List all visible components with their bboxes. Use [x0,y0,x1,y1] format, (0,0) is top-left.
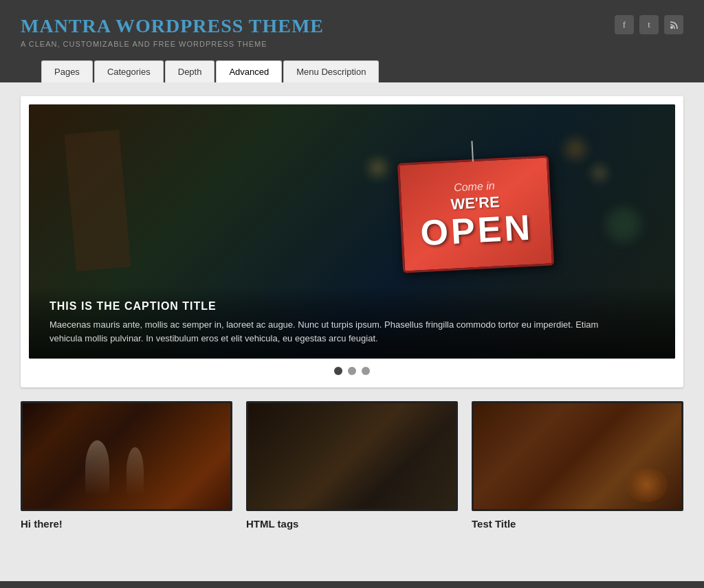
caption-text: Maecenas mauris ante, mollis ac semper i… [50,318,613,345]
slider-dot-3[interactable] [362,367,370,375]
card-1: Hi there! [21,401,232,530]
tab-depth[interactable]: Depth [165,60,215,82]
twitter-icon[interactable]: t [639,15,659,34]
bokeh-5 [606,207,641,242]
card-1-image-inner [23,403,230,509]
card-3-image-inner [474,403,681,509]
card-1-image [21,401,232,511]
card-1-title: Hi there! [21,518,232,530]
social-icons-group: f t [615,15,683,34]
sign-open-text: OPEN [419,210,534,251]
nav-tabs: Pages Categories Depth Advanced Menu Des… [21,60,683,82]
bokeh-3 [565,139,586,159]
card-3: Test Title [472,401,683,530]
slider[interactable]: Come in WE'RE OPEN This is the Caption T… [29,104,675,359]
slider-container: Come in WE'RE OPEN This is the Caption T… [21,96,683,387]
site-header: f t Mantra WordPress Theme A Clean, Cust… [0,0,704,82]
card-3-title: Test Title [472,518,683,530]
card-2-image [246,401,458,511]
svg-point-0 [670,26,673,29]
caption-title: This is the Caption Title [50,300,654,313]
slider-dot-1[interactable] [334,367,342,375]
tab-categories[interactable]: Categories [94,60,164,82]
main-content: Come in WE'RE OPEN This is the Caption T… [0,82,704,581]
site-tagline: A Clean, Customizable and Free WordPress… [21,40,683,48]
card-2: HTML tags [246,401,458,530]
card-2-image-inner [248,403,456,509]
rss-icon[interactable] [664,15,683,34]
slider-dot-2[interactable] [348,367,356,375]
cards-row: Hi there! HTML tags Test Title [21,401,683,530]
open-sign: Come in WE'RE OPEN [397,155,554,273]
bokeh-4 [593,166,606,180]
site-title: Mantra WordPress Theme [21,15,683,37]
sign-come-in: Come in [454,180,495,194]
facebook-icon[interactable]: f [615,15,634,34]
card-2-title: HTML tags [246,518,458,530]
slider-dots [29,359,675,379]
bokeh-2 [369,159,386,177]
tab-pages[interactable]: Pages [41,60,93,82]
caption-overlay: This is the Caption Title Maecenas mauri… [29,286,675,359]
tab-advanced[interactable]: Advanced [216,60,282,82]
tab-menu-description[interactable]: Menu Description [283,60,379,82]
card-3-image [472,401,683,511]
